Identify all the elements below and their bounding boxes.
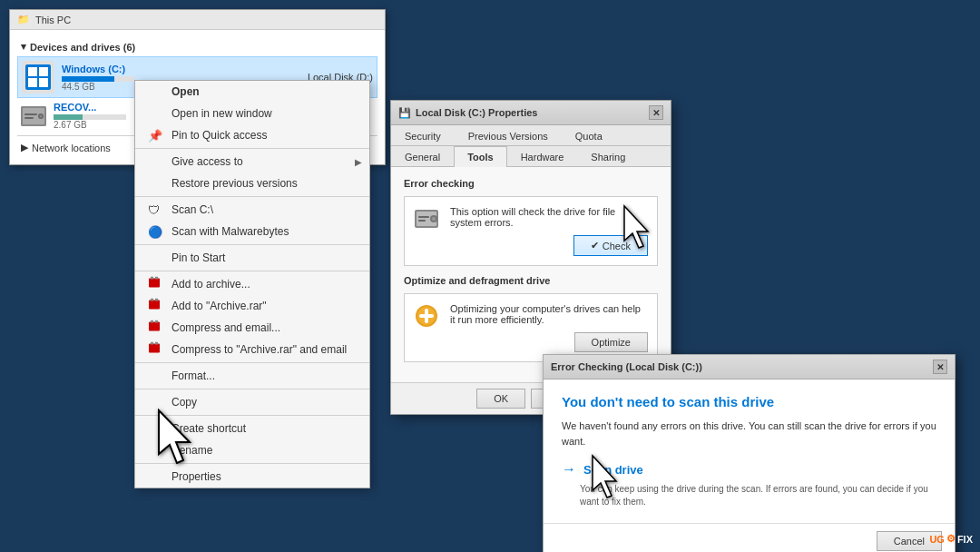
ctx-rename-label: Rename bbox=[172, 444, 212, 457]
ctx-rename[interactable]: Rename bbox=[135, 439, 369, 461]
ctx-pin-start[interactable]: Pin to Start bbox=[135, 247, 369, 269]
properties-close-btn[interactable]: ✕ bbox=[649, 105, 663, 120]
check-btn-area: ✔ Check bbox=[450, 235, 648, 256]
ctx-give-access[interactable]: Give access to ▶ bbox=[135, 151, 369, 172]
error-dialog-footer: Cancel bbox=[544, 523, 955, 552]
drive-c-name: Windows (C:) bbox=[62, 64, 300, 74]
svg-rect-9 bbox=[24, 113, 37, 115]
optimize-btn-area: Optimize bbox=[450, 332, 648, 352]
error-checking-block: This option will check the drive for fil… bbox=[404, 196, 658, 266]
ctx-sep-1 bbox=[135, 148, 369, 149]
tab-previous-versions[interactable]: Previous Versions bbox=[455, 125, 562, 146]
svg-rect-22 bbox=[155, 342, 158, 345]
properties-title-icon: 💾 bbox=[398, 107, 411, 119]
svg-rect-12 bbox=[151, 277, 153, 280]
optimize-icon bbox=[414, 303, 441, 334]
ctx-sep-3 bbox=[135, 244, 369, 245]
hdd-check-icon bbox=[414, 206, 441, 237]
properties-tabs-row2: General Tools Hardware Sharing bbox=[391, 146, 671, 167]
optimize-title: Optimize and defragment drive bbox=[404, 275, 658, 286]
error-dialog-body: You don't need to scan this drive We hav… bbox=[544, 380, 955, 523]
context-menu: Open Open in new window 📌 Pin to Quick a… bbox=[134, 80, 370, 488]
ctx-add-archive[interactable]: Add to archive... bbox=[135, 273, 369, 295]
error-checking-title: Error checking bbox=[404, 178, 658, 189]
archive-icon-1 bbox=[148, 277, 161, 292]
ctx-open-label: Open bbox=[172, 85, 200, 98]
ctx-compress-rar-email[interactable]: Compress to "Archive.rar" and email bbox=[135, 339, 369, 360]
ctx-format-label: Format... bbox=[172, 370, 215, 382]
ctx-restore[interactable]: Restore previous versions bbox=[135, 172, 369, 194]
explorer-titlebar: 📁 This PC bbox=[10, 10, 385, 30]
properties-title-area: 💾 Local Disk (C:) Properties bbox=[398, 107, 537, 119]
scan-sub-text: You can keep using the drive during the … bbox=[580, 483, 936, 508]
error-dialog-close-btn[interactable]: ✕ bbox=[933, 360, 947, 374]
ctx-pin-quick[interactable]: 📌 Pin to Quick access bbox=[135, 124, 369, 146]
scan-drive-link[interactable]: → Scan drive bbox=[562, 461, 936, 478]
ctx-create-shortcut[interactable]: Create shortcut bbox=[135, 418, 369, 439]
tab-security[interactable]: Security bbox=[391, 125, 455, 146]
archive-icon-2 bbox=[148, 299, 161, 314]
error-dialog-title: Error Checking (Local Disk (C:)) bbox=[551, 361, 702, 372]
properties-tabs: Security Previous Versions Quota bbox=[391, 125, 671, 146]
malwarebytes-icon: 🔵 bbox=[148, 225, 162, 239]
scan-drive-label: Scan drive bbox=[583, 463, 643, 477]
check-button[interactable]: ✔ Check bbox=[573, 235, 648, 256]
ctx-properties[interactable]: Properties bbox=[135, 466, 369, 488]
svg-rect-4 bbox=[39, 78, 48, 87]
tab-sharing[interactable]: Sharing bbox=[577, 146, 639, 167]
ctx-pin-start-label: Pin to Start bbox=[172, 251, 225, 264]
ok-button[interactable]: OK bbox=[476, 389, 525, 409]
archive-icon-3 bbox=[148, 320, 161, 336]
watermark-bracket-open: ⚙ bbox=[946, 533, 956, 545]
svg-rect-2 bbox=[39, 67, 48, 76]
error-desc: We haven't found any errors on this driv… bbox=[562, 419, 936, 448]
ctx-format[interactable]: Format... bbox=[135, 365, 369, 387]
ctx-restore-label: Restore previous versions bbox=[172, 177, 298, 190]
pin-icon: 📌 bbox=[148, 129, 162, 143]
ctx-add-archive-label: Add to archive... bbox=[172, 278, 250, 291]
tab-quota[interactable]: Quota bbox=[562, 125, 616, 146]
tab-hardware[interactable]: Hardware bbox=[507, 146, 578, 167]
ctx-scan[interactable]: 🛡 Scan C:\ bbox=[135, 199, 369, 221]
svg-rect-27 bbox=[418, 216, 429, 218]
ctx-open[interactable]: Open bbox=[135, 81, 369, 103]
ctx-compress-rar-email-label: Compress to "Archive.rar" and email bbox=[172, 343, 347, 356]
properties-body: Error checking This option will check th… bbox=[391, 167, 671, 382]
shield-icon: 🛡 bbox=[148, 203, 160, 217]
svg-rect-3 bbox=[28, 78, 37, 87]
ctx-scan-malwarebytes[interactable]: 🔵 Scan with Malwarebytes bbox=[135, 221, 369, 242]
ctx-create-shortcut-label: Create shortcut bbox=[172, 422, 246, 435]
optimize-block: Optimizing your computer's drives can he… bbox=[404, 293, 658, 362]
error-checking-dialog: Error Checking (Local Disk (C:)) ✕ You d… bbox=[543, 354, 956, 552]
tab-tools[interactable]: Tools bbox=[454, 146, 507, 167]
ctx-copy[interactable]: Copy bbox=[135, 391, 369, 413]
ctx-open-new-window-label: Open in new window bbox=[172, 107, 272, 120]
svg-rect-1 bbox=[28, 67, 37, 76]
ctx-add-archive-rar[interactable]: Add to "Archive.rar" bbox=[135, 295, 369, 317]
svg-rect-18 bbox=[151, 320, 153, 323]
ctx-scan-malwarebytes-label: Scan with Malwarebytes bbox=[172, 225, 289, 238]
svg-rect-13 bbox=[155, 277, 158, 280]
tab-general[interactable]: General bbox=[391, 146, 454, 167]
ctx-pin-quick-label: Pin to Quick access bbox=[172, 129, 267, 142]
svg-rect-17 bbox=[149, 322, 160, 331]
svg-rect-11 bbox=[149, 279, 160, 288]
ctx-give-access-label: Give access to bbox=[172, 155, 243, 168]
ctx-open-new-window[interactable]: Open in new window bbox=[135, 103, 369, 124]
archive-icon-4 bbox=[148, 342, 161, 358]
optimize-button[interactable]: Optimize bbox=[574, 332, 648, 352]
svg-rect-15 bbox=[151, 299, 153, 301]
watermark-ug: UG bbox=[929, 534, 945, 545]
optimize-desc: Optimizing your computer's drives can he… bbox=[450, 303, 648, 352]
ctx-copy-label: Copy bbox=[172, 396, 197, 409]
ctx-sep-4 bbox=[135, 271, 369, 271]
ctx-add-archive-rar-label: Add to "Archive.rar" bbox=[172, 300, 267, 312]
devices-section-header: ▾ Devices and drives (6) bbox=[17, 37, 377, 56]
explorer-title: This PC bbox=[35, 15, 71, 25]
svg-point-26 bbox=[432, 217, 436, 221]
explorer-title-icon: 📁 bbox=[17, 14, 30, 25]
ctx-sep-2 bbox=[135, 196, 369, 197]
ctx-compress-email[interactable]: Compress and email... bbox=[135, 317, 369, 339]
ctx-sep-6 bbox=[135, 389, 369, 389]
ctx-sep-7 bbox=[135, 415, 369, 416]
